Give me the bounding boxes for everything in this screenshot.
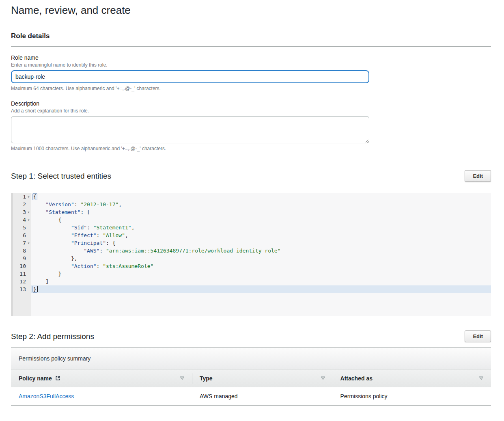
editor-line[interactable]: 6 "Effect": "Allow", <box>11 231 491 239</box>
policy-table-body: AmazonS3FullAccessAWS managedPermissions… <box>11 387 491 406</box>
code-line-content: "Version": "2012-10-17", <box>31 201 491 208</box>
code-line-content: "Statement": [ <box>31 208 491 216</box>
fold-arrow-icon[interactable]: ▾ <box>26 208 31 216</box>
line-number: 7▾ <box>11 239 31 247</box>
editor-line[interactable]: 10 "Action": "sts:AssumeRole" <box>11 262 491 270</box>
column-label: Attached as <box>340 375 373 382</box>
description-textarea[interactable] <box>11 116 369 143</box>
role-name-input[interactable] <box>11 70 369 83</box>
code-line-content: } <box>31 270 491 278</box>
sort-down-icon[interactable] <box>180 376 185 380</box>
sort-down-icon[interactable] <box>321 376 325 380</box>
role-details-heading: Role details <box>11 32 491 40</box>
editor-line[interactable]: 12 ] <box>11 278 491 285</box>
gutter <box>11 293 31 316</box>
code-line-content: "Principal": { <box>31 239 491 247</box>
policy-type-cell: AWS managed <box>192 393 333 399</box>
step2-edit-button[interactable]: Edit <box>465 330 491 342</box>
policy-name-link[interactable]: AmazonS3FullAccess <box>19 393 74 399</box>
line-number: 9 <box>11 255 31 262</box>
step2-header-row: Step 2: Add permissions Edit <box>11 330 491 342</box>
editor-line[interactable]: 2 "Version": "2012-10-17", <box>11 201 491 208</box>
line-number: 6 <box>11 231 31 239</box>
fold-arrow-icon[interactable]: ▾ <box>26 239 31 247</box>
code-line-content: "Action": "sts:AssumeRole" <box>31 262 491 270</box>
line-number: 10 <box>11 262 31 270</box>
line-number: 13 <box>11 285 31 293</box>
code-line-content: ] <box>31 278 491 285</box>
line-number: 4▾ <box>11 216 31 224</box>
description-help: Add a short explanation for this role. <box>11 108 491 114</box>
table-row: AmazonS3FullAccessAWS managedPermissions… <box>11 387 491 406</box>
code-line-content: }, <box>31 255 491 262</box>
column-label: Type <box>200 375 213 382</box>
role-name-label: Role name <box>11 54 491 61</box>
description-field-group: Description Add a short explanation for … <box>11 100 491 151</box>
editor-line[interactable]: 9 }, <box>11 255 491 262</box>
text-cursor <box>37 286 38 292</box>
panel-header: Permissions policy summary <box>11 348 491 369</box>
fold-arrow-icon[interactable]: ▾ <box>26 193 31 201</box>
page: Name, review, and create Role details Ro… <box>0 4 504 414</box>
description-constraint: Maximum 1000 characters. Use alphanumeri… <box>11 146 491 151</box>
editor-line[interactable]: 11 } <box>11 270 491 278</box>
permissions-summary-panel: Permissions policy summary Policy name T… <box>11 348 491 406</box>
editor-line[interactable]: 4▾ { <box>11 216 491 224</box>
role-details-divider <box>11 46 491 47</box>
code-line-content: } <box>31 285 491 293</box>
role-name-help: Enter a meaningful name to identify this… <box>11 62 491 68</box>
column-header-attached-as[interactable]: Attached as <box>333 369 491 387</box>
column-label: Policy name <box>19 375 52 382</box>
policy-table-header: Policy name Type At <box>11 369 491 387</box>
step1-header-row: Step 1: Select trusted entities Edit <box>11 170 491 182</box>
editor-line[interactable]: 5 "Sid": "Statement1", <box>11 224 491 231</box>
editor-line[interactable]: 13} <box>11 285 491 293</box>
column-header-type[interactable]: Type <box>192 369 333 387</box>
code-line-content: "Effect": "Allow", <box>31 231 491 239</box>
line-number: 8 <box>11 247 31 255</box>
code-line-content: "AWS": "arn:aws:iam::541263489771:role/w… <box>31 247 491 255</box>
policy-name-cell: AmazonS3FullAccess <box>11 393 192 399</box>
editor-line[interactable]: 3▾ "Statement": [ <box>11 208 491 216</box>
line-number: 5 <box>11 224 31 231</box>
step1-heading: Step 1: Select trusted entities <box>11 172 111 181</box>
editor-empty-area[interactable] <box>11 293 491 316</box>
line-number: 3▾ <box>11 208 31 216</box>
role-name-constraint: Maximum 64 characters. Use alphanumeric … <box>11 86 491 91</box>
code-area <box>31 293 491 316</box>
editor-line[interactable]: 1▾{ <box>11 193 491 201</box>
line-number: 11 <box>11 270 31 278</box>
code-line-content: { <box>31 216 491 224</box>
step2-heading: Step 2: Add permissions <box>11 332 94 341</box>
line-number: 1▾ <box>11 193 31 201</box>
line-number: 12 <box>11 278 31 285</box>
sort-down-icon[interactable] <box>479 376 484 380</box>
step1-edit-button[interactable]: Edit <box>465 170 491 182</box>
trust-policy-editor[interactable]: 1▾{2 "Version": "2012-10-17",3▾ "Stateme… <box>11 193 491 316</box>
column-header-policy-name[interactable]: Policy name <box>11 369 192 387</box>
description-label: Description <box>11 100 491 107</box>
page-title: Name, review, and create <box>11 4 491 17</box>
role-name-field-group: Role name Enter a meaningful name to ide… <box>11 54 491 91</box>
external-link-icon <box>55 375 61 381</box>
panel-title: Permissions policy summary <box>19 355 90 362</box>
editor-line[interactable]: 8 "AWS": "arn:aws:iam::541263489771:role… <box>11 247 491 255</box>
attached-as-cell: Permissions policy <box>333 393 491 399</box>
editor-line[interactable]: 7▾ "Principal": { <box>11 239 491 247</box>
code-line-content: "Sid": "Statement1", <box>31 224 491 231</box>
fold-arrow-icon[interactable]: ▾ <box>26 216 31 224</box>
line-number: 2 <box>11 201 31 208</box>
code-line-content: { <box>31 193 491 201</box>
